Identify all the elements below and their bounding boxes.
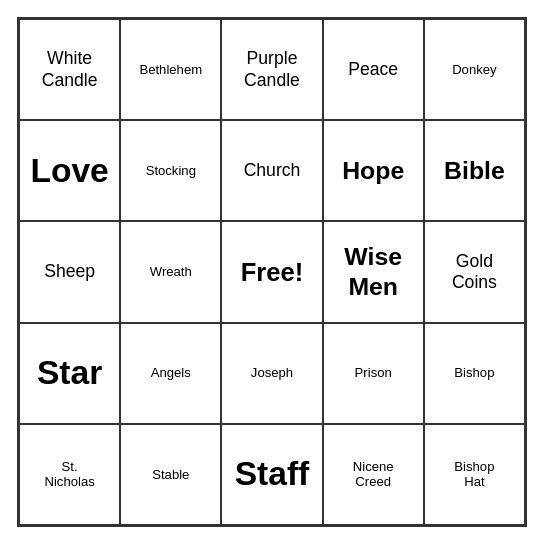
cell-text-4: Donkey (452, 62, 496, 78)
cell-text-3: Peace (348, 59, 398, 80)
cell-text-6: Stocking (146, 163, 196, 179)
bingo-cell-17: Joseph (221, 323, 322, 424)
cell-text-13: WiseMen (344, 242, 402, 302)
bingo-cell-20: St.Nicholas (19, 424, 120, 525)
cell-text-2: PurpleCandle (244, 48, 300, 90)
bingo-cell-7: Church (221, 120, 322, 221)
cell-text-19: Bishop (454, 365, 494, 381)
bingo-cell-24: BishopHat (424, 424, 525, 525)
bingo-cell-11: Wreath (120, 221, 221, 322)
cell-text-7: Church (244, 160, 301, 181)
cell-text-22: Staff (235, 454, 310, 494)
bingo-cell-0: WhiteCandle (19, 19, 120, 120)
bingo-board: WhiteCandleBethlehemPurpleCandlePeaceDon… (17, 17, 527, 527)
cell-text-11: Wreath (150, 264, 192, 280)
bingo-cell-23: NiceneCreed (323, 424, 424, 525)
bingo-cell-15: Star (19, 323, 120, 424)
cell-text-0: WhiteCandle (42, 48, 98, 90)
bingo-cell-2: PurpleCandle (221, 19, 322, 120)
bingo-cell-10: Sheep (19, 221, 120, 322)
cell-text-16: Angels (151, 365, 191, 381)
bingo-cell-22: Staff (221, 424, 322, 525)
bingo-cell-14: GoldCoins (424, 221, 525, 322)
bingo-cell-9: Bible (424, 120, 525, 221)
cell-text-20: St.Nicholas (44, 459, 94, 491)
cell-text-5: Love (30, 151, 108, 191)
cell-text-23: NiceneCreed (353, 459, 394, 491)
cell-text-12: Free! (241, 257, 304, 288)
cell-text-15: Star (37, 353, 102, 393)
cell-text-10: Sheep (44, 261, 95, 282)
bingo-cell-4: Donkey (424, 19, 525, 120)
bingo-cell-8: Hope (323, 120, 424, 221)
bingo-cell-6: Stocking (120, 120, 221, 221)
bingo-cell-21: Stable (120, 424, 221, 525)
bingo-cell-12: Free! (221, 221, 322, 322)
bingo-cell-19: Bishop (424, 323, 525, 424)
cell-text-9: Bible (444, 156, 505, 186)
bingo-cell-1: Bethlehem (120, 19, 221, 120)
bingo-cell-3: Peace (323, 19, 424, 120)
cell-text-18: Prison (355, 365, 392, 381)
bingo-cell-18: Prison (323, 323, 424, 424)
bingo-cell-16: Angels (120, 323, 221, 424)
cell-text-17: Joseph (251, 365, 293, 381)
cell-text-8: Hope (342, 156, 404, 186)
cell-text-14: GoldCoins (452, 251, 497, 293)
cell-text-24: BishopHat (454, 459, 494, 491)
cell-text-21: Stable (152, 467, 189, 483)
bingo-cell-5: Love (19, 120, 120, 221)
bingo-cell-13: WiseMen (323, 221, 424, 322)
cell-text-1: Bethlehem (139, 62, 202, 78)
